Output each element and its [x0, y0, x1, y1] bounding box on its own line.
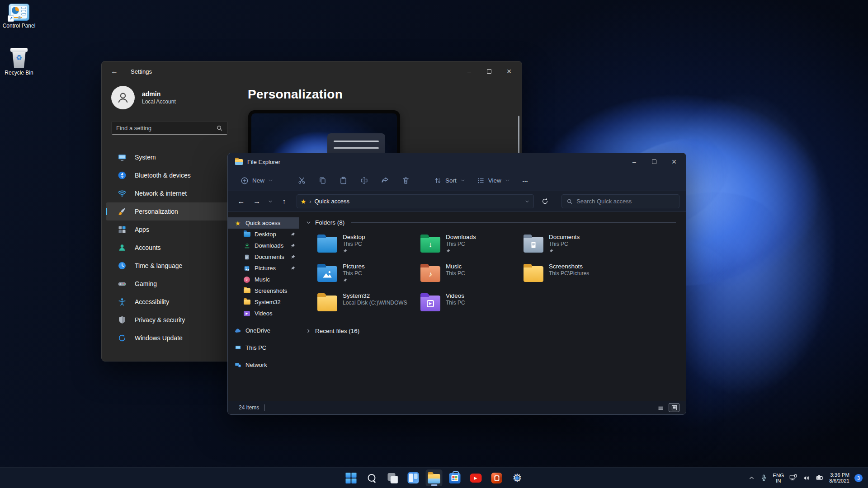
nav-item-pictures[interactable]: Pictures — [228, 263, 299, 274]
battery-icon[interactable] — [816, 474, 824, 482]
find-a-setting-input[interactable]: Find a setting — [111, 121, 228, 135]
explorer-addressbar: ← → ↑ › Quick access Search Quick access — [228, 191, 686, 212]
folder-tile-documents[interactable]: Documents This PC — [524, 233, 627, 257]
sidebar-item-accounts[interactable]: Accounts — [106, 239, 233, 257]
downloads-folder-icon — [420, 237, 440, 253]
hidden-icons-chevron[interactable] — [748, 474, 755, 481]
back-arrow-icon[interactable] — [111, 67, 124, 75]
sidebar-item-system[interactable]: System — [106, 148, 233, 166]
desktop-icon-recycle-bin[interactable]: Recycle Bin — [0, 47, 38, 76]
view-button[interactable]: View — [472, 174, 514, 188]
volume-icon[interactable] — [802, 474, 811, 482]
folders-section-header[interactable]: Folders (8) — [306, 219, 676, 226]
user-account-block[interactable]: admin Local Account — [111, 86, 240, 109]
copy-button[interactable] — [313, 173, 331, 188]
folder-tile-system32[interactable]: System32 Local Disk (C:)\WINDOWS — [317, 292, 420, 316]
search-icon — [566, 198, 573, 205]
new-button[interactable]: New — [236, 174, 278, 188]
recent-files-section-header[interactable]: Recent files (16) — [306, 328, 676, 334]
toolbar-divider — [285, 175, 285, 187]
clock[interactable]: 3:36 PM 8/6/2021 — [829, 472, 849, 484]
language-indicator[interactable]: ENG IN — [773, 473, 784, 483]
notification-badge[interactable]: 3 — [854, 474, 863, 482]
chevron-down-icon — [306, 220, 311, 225]
microphone-icon[interactable] — [760, 474, 768, 482]
sidebar-item-network-internet[interactable]: Network & internet — [106, 184, 233, 202]
settings-button[interactable] — [509, 469, 526, 486]
start-button[interactable] — [343, 469, 359, 486]
large-icons-view-toggle[interactable] — [669, 403, 679, 412]
folder-tile-desktop[interactable]: Desktop This PC — [317, 233, 420, 257]
maximize-button[interactable] — [644, 155, 664, 169]
nav-item-system32[interactable]: System32 — [228, 296, 299, 308]
forward-button[interactable]: → — [250, 195, 264, 208]
up-button[interactable]: ↑ — [277, 195, 291, 208]
details-view-toggle[interactable] — [655, 403, 666, 412]
documents-icon — [243, 253, 250, 261]
widgets-button[interactable] — [405, 469, 422, 486]
control-panel-icon — [9, 4, 29, 21]
maximize-button[interactable] — [479, 65, 499, 78]
folder-tile-music[interactable]: Music This PC — [420, 263, 524, 286]
sidebar-item-bluetooth-devices[interactable]: Bluetooth & devices — [106, 166, 233, 184]
videos-icon — [243, 310, 250, 317]
office-button[interactable] — [488, 469, 505, 486]
time: 3:36 PM — [829, 472, 849, 478]
sort-button[interactable]: Sort — [429, 174, 470, 188]
folder-tile-grid: Desktop This PC Downloads This PC Docume… — [317, 233, 676, 316]
gaming-icon — [118, 279, 127, 288]
see-more-button[interactable] — [517, 176, 533, 185]
address-box[interactable]: › Quick access — [297, 194, 534, 208]
widgets-icon — [408, 472, 419, 483]
microsoft-store-button[interactable] — [447, 469, 463, 486]
cut-button[interactable] — [292, 173, 311, 188]
desktop-icon-control-panel[interactable]: Control Panel — [0, 4, 38, 29]
nav-item-this-pc[interactable]: This PC — [228, 342, 299, 353]
settings-window-title: Settings — [131, 68, 152, 75]
youtube-button[interactable] — [467, 469, 484, 486]
sidebar-item-gaming[interactable]: Gaming — [106, 275, 233, 293]
pin-icon — [549, 249, 554, 253]
folder-icon — [235, 159, 243, 165]
nav-item-desktop[interactable]: Desktop — [228, 229, 299, 240]
chevron-down-icon — [505, 178, 510, 183]
address-dropdown-chevron[interactable] — [524, 199, 530, 204]
search-icon — [216, 125, 223, 131]
task-view-button[interactable] — [384, 469, 401, 486]
nav-item-quick-access[interactable]: Quick access — [228, 217, 299, 229]
paste-button[interactable] — [334, 173, 352, 188]
minimize-button[interactable] — [624, 155, 644, 169]
nav-item-videos[interactable]: Videos — [228, 308, 299, 319]
sidebar-item-personalization[interactable]: Personalization — [106, 202, 233, 221]
nav-item-documents[interactable]: Documents — [228, 251, 299, 263]
sidebar-item-accessibility[interactable]: Accessibility — [106, 293, 233, 311]
folder-tile-downloads[interactable]: Downloads This PC — [420, 233, 524, 257]
sidebar-item-time-language[interactable]: Time & language — [106, 257, 233, 275]
nav-item-network[interactable]: Network — [228, 359, 299, 371]
recent-locations-chevron[interactable] — [266, 195, 275, 208]
folder-tile-screenshots[interactable]: Screenshots This PC\Pictures — [524, 263, 627, 286]
sidebar-item-apps[interactable]: Apps — [106, 221, 233, 239]
refresh-button[interactable] — [538, 195, 552, 208]
settings-sidebar: admin Local Account Find a setting Syste… — [102, 81, 240, 361]
delete-button[interactable] — [396, 173, 415, 188]
nav-item-downloads[interactable]: Downloads — [228, 240, 299, 251]
folder-tile-videos[interactable]: Videos This PC — [420, 292, 524, 316]
folder-tile-pictures[interactable]: Pictures This PC — [317, 263, 420, 286]
sidebar-item-windows-update[interactable]: Windows Update — [106, 329, 233, 347]
nav-item-onedrive[interactable]: OneDrive — [228, 325, 299, 336]
explorer-search-input[interactable]: Search Quick access — [561, 194, 679, 208]
nav-item-screenshots[interactable]: Screenshots — [228, 285, 299, 296]
back-button[interactable]: ← — [234, 195, 248, 208]
chevron-down-icon — [460, 178, 465, 183]
taskbar-search-button[interactable] — [363, 469, 380, 486]
close-button[interactable] — [499, 65, 519, 78]
rename-button[interactable] — [355, 173, 373, 188]
minimize-button[interactable] — [459, 65, 479, 78]
taskbar-file-explorer-button[interactable] — [426, 469, 443, 486]
close-button[interactable] — [664, 155, 684, 169]
sidebar-item-privacy-security[interactable]: Privacy & security — [106, 311, 233, 329]
share-button[interactable] — [376, 173, 394, 188]
network-tray-icon[interactable] — [789, 474, 797, 482]
nav-item-music[interactable]: Music — [228, 274, 299, 285]
